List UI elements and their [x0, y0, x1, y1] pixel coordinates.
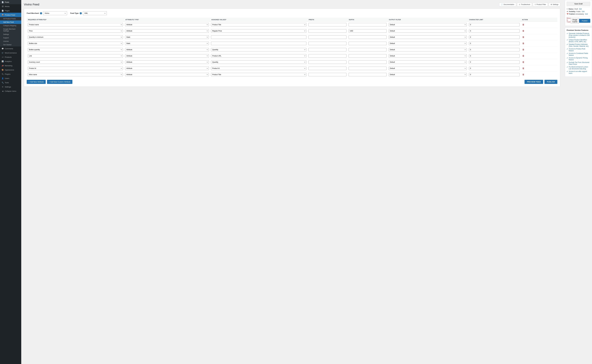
publish-main-button[interactable]: PUBLISH: [545, 80, 557, 84]
charlimit-input-6[interactable]: [469, 60, 520, 64]
visibility-edit-link[interactable]: Edit: [582, 11, 585, 13]
sidebar-item-posts[interactable]: 📄 Posts: [0, 0, 21, 4]
required-select-3[interactable]: Bottles size: [28, 42, 123, 45]
required-select-4[interactable]: Bottles quantity: [28, 48, 123, 51]
publish-right-button[interactable]: Publish: [579, 19, 590, 23]
delete-button-1[interactable]: 🗑: [522, 29, 525, 33]
required-select-0[interactable]: Product name: [28, 23, 123, 26]
premium-feature-link-8[interactable]: Access to an elite support team.: [569, 71, 590, 74]
product-filter-button[interactable]: ▽ Product Filter: [533, 3, 548, 6]
charlimit-input-8[interactable]: [469, 73, 520, 76]
prefix-input-2[interactable]: [308, 35, 346, 39]
suffix-input-2[interactable]: [349, 35, 387, 39]
charlimit-input-0[interactable]: [469, 23, 520, 26]
charlimit-input-4[interactable]: [469, 48, 520, 51]
type-select-8[interactable]: AttributeStaticPattern: [125, 73, 209, 76]
sidebar-item-media[interactable]: 🖼 Media: [0, 4, 21, 8]
sidebar-item-appearance[interactable]: 🎨 Appearance: [0, 68, 21, 72]
prefix-input-3[interactable]: [308, 42, 346, 45]
delete-button-2[interactable]: 🗑: [522, 35, 525, 39]
output-select-3[interactable]: DefaultLowercaseUppercaseCapitalize: [389, 42, 467, 45]
required-select-6[interactable]: Inventory count: [28, 60, 123, 64]
assigned-input-2[interactable]: [211, 35, 306, 39]
sidebar-submenu-settings[interactable]: Settings: [0, 33, 21, 36]
output-select-2[interactable]: DefaultLowercaseUppercaseCapitalize: [389, 35, 467, 39]
required-select-8[interactable]: Wine name: [28, 73, 123, 76]
premium-feature-link-5[interactable]: Access to Dynamic Pricing feature: [569, 57, 590, 61]
assigned-input-3[interactable]: [211, 42, 306, 45]
sidebar-item-product-feed[interactable]: 📦 Product Feed: [0, 13, 21, 17]
preview-feed-button[interactable]: PREVIEW FEED: [525, 80, 543, 84]
sidebar-item-pages[interactable]: 📄 Pages: [0, 8, 21, 13]
sidebar-submenu-all-feeds[interactable]: All Product Feeds: [0, 17, 21, 20]
assigned-select-0[interactable]: Product TitleProduct DescriptionRegular …: [211, 23, 306, 26]
premium-feature-link-1[interactable]: Unique Product Identifiers (Brand, GTIN,…: [569, 39, 590, 43]
premium-feature-link-0[interactable]: Generate Unlimited Products (Free versio…: [569, 32, 590, 38]
type-select-1[interactable]: AttributeStaticPattern: [125, 29, 209, 33]
prefix-input-8[interactable]: [308, 73, 346, 76]
output-select-6[interactable]: DefaultLowercaseUppercaseCapitalize: [389, 60, 467, 64]
assigned-select-5[interactable]: Product TitleProduct DescriptionRegular …: [211, 54, 306, 58]
charlimit-input-2[interactable]: [469, 35, 520, 39]
output-select-1[interactable]: DefaultLowercaseUppercaseCapitalize: [389, 29, 467, 33]
delete-button-0[interactable]: 🗑: [522, 23, 525, 26]
prefix-input-1[interactable]: [308, 29, 346, 33]
output-select-7[interactable]: DefaultLowercaseUppercaseCapitalize: [389, 67, 467, 70]
assigned-select-1[interactable]: Product TitleProduct DescriptionRegular …: [211, 29, 306, 33]
sidebar-submenu-category-mapping[interactable]: Category Mapping: [0, 24, 21, 27]
assigned-select-8[interactable]: Product TitleProduct DescriptionRegular …: [211, 73, 306, 76]
delete-button-5[interactable]: 🗑: [522, 54, 525, 58]
troubleshoot-button[interactable]: ⚠ Troubleshoot: [517, 3, 532, 6]
documentation-button[interactable]: 📄 Documentation: [499, 3, 516, 6]
charlimit-input-5[interactable]: [469, 54, 520, 58]
delete-button-6[interactable]: 🗑: [522, 60, 525, 64]
type-select-6[interactable]: AttributeStaticPattern: [125, 60, 209, 64]
required-select-7[interactable]: Product id: [28, 67, 123, 70]
sidebar-item-collapse[interactable]: ◀ Collapse menu: [0, 89, 21, 93]
required-select-5[interactable]: Link: [28, 54, 123, 58]
settings-button[interactable]: ⚙ Settings: [549, 3, 560, 6]
sidebar-item-woocommerce[interactable]: 🛒 WooCommerce: [0, 51, 21, 55]
type-select-2[interactable]: AttributeStaticPattern: [125, 35, 209, 39]
delete-button-8[interactable]: 🗑: [522, 73, 525, 76]
sidebar-item-users[interactable]: 👤 Users: [0, 76, 21, 80]
sidebar-item-marketing[interactable]: 📣 Marketing: [0, 64, 21, 68]
sidebar-item-plugins[interactable]: 🔌 Plugins: [0, 72, 21, 76]
prefix-input-6[interactable]: [308, 60, 346, 64]
type-select-5[interactable]: AttributeStaticPattern: [125, 54, 209, 58]
output-select-0[interactable]: DefaultLowercaseUppercaseCapitalize: [389, 23, 467, 26]
suffix-input-1[interactable]: [349, 29, 387, 33]
type-select-3[interactable]: AttributeStaticPattern: [125, 42, 209, 45]
feed-type-select[interactable]: XML: [83, 11, 107, 15]
sidebar-submenu-google-merchant[interactable]: Google Merchant Settings: [0, 27, 21, 33]
delete-button-4[interactable]: 🗑: [522, 48, 525, 51]
charlimit-input-1[interactable]: [469, 29, 520, 33]
suffix-input-0[interactable]: [349, 23, 387, 26]
premium-feature-link-4[interactable]: Access to Combined Fields feature: [569, 52, 590, 56]
assigned-select-7[interactable]: Product TitleProduct DescriptionRegular …: [211, 67, 306, 70]
suffix-input-8[interactable]: [349, 73, 387, 76]
publish-edit-link[interactable]: Edit: [585, 13, 588, 15]
premium-feature-link-6[interactable]: Exclude Tax From Structured Data Prices: [569, 61, 590, 65]
required-select-2[interactable]: Quantity is minimum: [28, 35, 123, 39]
type-select-4[interactable]: AttributeStaticPattern: [125, 48, 209, 51]
sidebar-submenu-license[interactable]: License: [0, 39, 21, 43]
suffix-input-6[interactable]: [349, 60, 387, 64]
sidebar-item-settings[interactable]: ⚙ Settings: [0, 85, 21, 89]
sidebar-item-tools[interactable]: 🔧 Tools: [0, 80, 21, 85]
charlimit-input-3[interactable]: [469, 42, 520, 45]
add-new-attribute-button[interactable]: + Add New Attribute: [27, 80, 46, 84]
premium-feature-link-7[interactable]: Fix WooCommerce's (Json-Ld) Structured D…: [569, 66, 590, 70]
prefix-input-7[interactable]: [308, 67, 346, 70]
charlimit-input-7[interactable]: [469, 67, 520, 70]
suffix-input-4[interactable]: [349, 48, 387, 51]
assigned-select-4[interactable]: Product TitleProduct DescriptionRegular …: [211, 48, 306, 51]
move-trash-link[interactable]: Move to Trash: [567, 17, 571, 23]
assigned-select-6[interactable]: Product TitleProduct DescriptionRegular …: [211, 60, 306, 64]
feed-merchant-select[interactable]: Vivino: [43, 11, 67, 15]
type-select-7[interactable]: AttributeStaticPattern: [125, 67, 209, 70]
delete-button-7[interactable]: 🗑: [522, 67, 525, 70]
premium-feature-link-2[interactable]: Detailed Product Attributes (Size, Gende…: [569, 43, 590, 47]
output-select-8[interactable]: DefaultLowercaseUppercaseCapitalize: [389, 73, 467, 76]
save-draft-button[interactable]: Save Draft: [567, 2, 590, 6]
